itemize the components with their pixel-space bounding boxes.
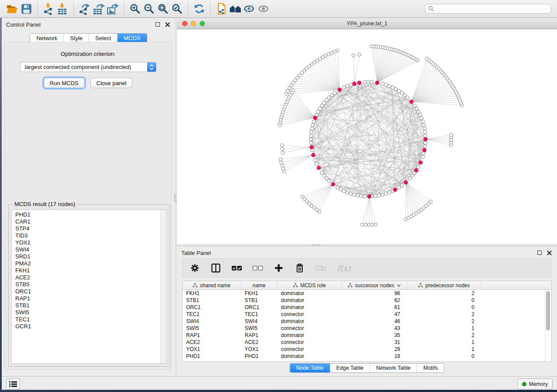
- mcds-node[interactable]: [357, 81, 361, 85]
- network-node[interactable]: [342, 86, 346, 89]
- zoom-out-icon[interactable]: [142, 2, 156, 15]
- tab-motifs[interactable]: Motifs: [417, 364, 444, 372]
- network-node[interactable]: [429, 200, 432, 203]
- network-node[interactable]: [333, 50, 336, 54]
- delete-table-icon[interactable]: [315, 263, 326, 273]
- memory-button[interactable]: Memory: [517, 378, 553, 389]
- network-node[interactable]: [377, 194, 381, 197]
- network-node[interactable]: [352, 54, 355, 57]
- function-builder-icon[interactable]: f(x): [336, 263, 351, 273]
- tab-style[interactable]: Style: [63, 34, 89, 43]
- zoom-in-icon[interactable]: [128, 2, 142, 15]
- add-column-icon[interactable]: [273, 263, 284, 273]
- network-node[interactable]: [450, 133, 453, 137]
- table-settings-icon[interactable]: [190, 263, 200, 273]
- import-table-icon[interactable]: [55, 2, 69, 15]
- result-list-scrollbar[interactable]: [160, 210, 166, 363]
- network-node[interactable]: [367, 223, 371, 227]
- mcds-node[interactable]: [410, 100, 414, 104]
- network-node[interactable]: [424, 141, 427, 144]
- table-row-TEC1[interactable]: TEC1TEC1connector472: [183, 311, 551, 318]
- network-node[interactable]: [310, 127, 314, 131]
- column-header-name[interactable]: name: [241, 281, 277, 289]
- tab-node-table[interactable]: Node Table: [290, 364, 330, 372]
- close-window-icon[interactable]: [182, 21, 187, 26]
- export-image-icon[interactable]: [106, 2, 120, 15]
- column-header-MCDS-role[interactable]: MCDS role: [277, 281, 342, 289]
- column-header-successor-nodes[interactable]: successor nodes: [342, 281, 407, 289]
- network-node[interactable]: [281, 151, 285, 155]
- close-panel-button[interactable]: Close panel: [90, 78, 133, 88]
- column-header-shared-name[interactable]: shared name: [183, 281, 241, 289]
- mcds-result-item[interactable]: STB5: [15, 281, 163, 288]
- network-graph-canvas[interactable]: [177, 29, 557, 244]
- run-mcds-button[interactable]: Run MCDS: [44, 78, 85, 88]
- close-panel-icon[interactable]: [546, 249, 553, 256]
- table-row-FKH1[interactable]: FKH1FKH1dominator962: [183, 290, 551, 297]
- mcds-result-item[interactable]: RAP1: [15, 295, 163, 302]
- network-node[interactable]: [384, 192, 388, 196]
- mcds-node[interactable]: [415, 168, 419, 172]
- task-history-button[interactable]: [6, 378, 20, 389]
- table-row-ACE2[interactable]: ACE2ACE2connector311: [183, 339, 551, 346]
- minimize-window-icon[interactable]: [191, 21, 196, 26]
- save-session-icon[interactable]: [19, 2, 33, 15]
- mcds-result-item[interactable]: TEC1: [15, 316, 163, 323]
- network-node[interactable]: [346, 84, 349, 88]
- delete-column-icon[interactable]: [294, 263, 305, 273]
- table-row-RAP1[interactable]: RAP1RAP1dominator352: [183, 332, 551, 339]
- open-file-icon[interactable]: [5, 2, 19, 15]
- close-panel-icon[interactable]: [164, 21, 171, 28]
- mcds-node[interactable]: [353, 82, 356, 86]
- network-node[interactable]: [310, 131, 313, 134]
- network-node[interactable]: [352, 193, 356, 196]
- tab-select[interactable]: Select: [89, 34, 117, 43]
- network-node[interactable]: [363, 195, 367, 198]
- float-panel-icon[interactable]: [154, 21, 161, 28]
- mcds-result-item[interactable]: STP4: [15, 225, 163, 232]
- mcds-node[interactable]: [422, 148, 426, 152]
- table-row-STB1[interactable]: STB1STB1dominator620: [183, 297, 551, 304]
- mcds-node[interactable]: [311, 153, 315, 157]
- network-node[interactable]: [381, 193, 384, 196]
- mcds-result-item[interactable]: ACE2: [15, 274, 163, 281]
- mcds-result-item[interactable]: PMA2: [15, 260, 163, 267]
- network-node[interactable]: [419, 113, 422, 117]
- network-node[interactable]: [309, 141, 313, 144]
- home-layout-icon[interactable]: [228, 2, 242, 15]
- network-node[interactable]: [283, 170, 286, 173]
- tab-mcds[interactable]: MCDS: [117, 34, 146, 43]
- network-node[interactable]: [422, 123, 426, 127]
- network-node[interactable]: [425, 57, 429, 61]
- export-network-icon[interactable]: [78, 2, 92, 15]
- network-node[interactable]: [400, 184, 404, 187]
- table-row-SWI5[interactable]: SWI5SWI5connector431: [183, 325, 551, 332]
- network-node[interactable]: [315, 162, 318, 165]
- network-node[interactable]: [420, 117, 423, 120]
- network-node[interactable]: [391, 86, 394, 89]
- network-node[interactable]: [327, 179, 331, 183]
- tab-edge-table[interactable]: Edge Table: [330, 364, 370, 372]
- maximize-window-icon[interactable]: [200, 21, 205, 26]
- network-node[interactable]: [279, 158, 283, 162]
- network-node[interactable]: [309, 138, 313, 141]
- mcds-result-item[interactable]: STB1: [15, 302, 163, 309]
- float-panel-icon[interactable]: [536, 249, 543, 256]
- network-node[interactable]: [280, 144, 284, 147]
- mcds-node[interactable]: [310, 145, 314, 149]
- network-node[interactable]: [370, 45, 374, 48]
- mcds-node[interactable]: [375, 81, 379, 85]
- network-node[interactable]: [316, 110, 320, 113]
- network-node[interactable]: [336, 186, 339, 189]
- table-row-SWI4[interactable]: SWI4SWI4dominator462: [183, 318, 551, 325]
- network-node[interactable]: [281, 148, 284, 151]
- network-node[interactable]: [339, 188, 343, 191]
- mcds-node[interactable]: [313, 116, 317, 120]
- network-node[interactable]: [312, 120, 315, 124]
- show-graphics-details-icon[interactable]: [256, 2, 270, 15]
- mcds-node[interactable]: [331, 182, 335, 186]
- network-node[interactable]: [364, 223, 367, 227]
- network-node[interactable]: [284, 92, 288, 96]
- column-layout-icon[interactable]: [211, 263, 221, 273]
- mcds-node[interactable]: [404, 181, 408, 185]
